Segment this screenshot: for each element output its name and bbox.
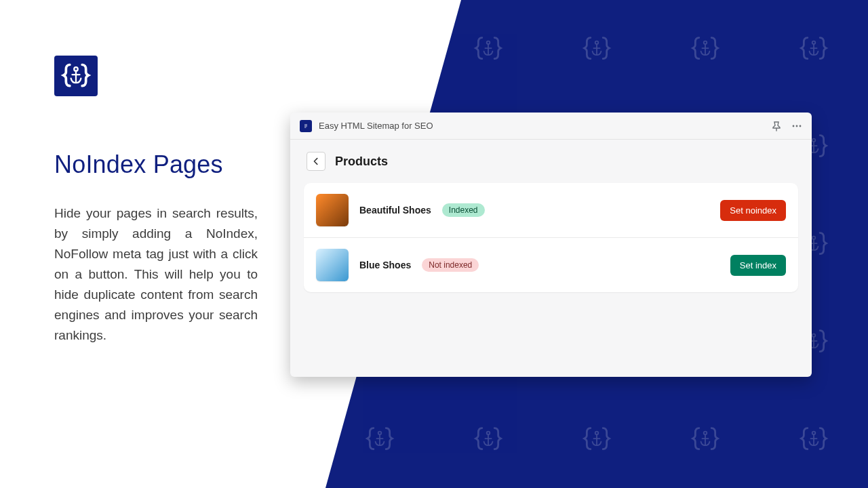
products-card: Beautiful Shoes Indexed Set noindex Blue… <box>304 183 798 292</box>
svg-point-2 <box>595 41 599 45</box>
svg-point-21 <box>487 432 490 435</box>
arrow-left-icon <box>311 157 321 166</box>
svg-point-24 <box>812 432 816 435</box>
svg-point-3 <box>704 41 707 45</box>
svg-point-14 <box>812 237 816 240</box>
svg-point-4 <box>812 41 816 45</box>
app-logo-icon <box>300 120 312 132</box>
brand-logo-icon <box>54 56 98 96</box>
page-title: Products <box>335 155 388 169</box>
more-icon[interactable] <box>791 121 802 131</box>
svg-point-20 <box>378 432 382 435</box>
product-row: Blue Shoes Not indexed Set index <box>304 237 798 292</box>
marketing-panel: NoIndex Pages Hide your pages in search … <box>54 56 258 346</box>
marketing-description: Hide your pages in search results, by si… <box>54 203 258 346</box>
svg-point-23 <box>704 432 707 435</box>
product-thumbnail <box>316 249 349 281</box>
set-noindex-button[interactable]: Set noindex <box>720 200 786 221</box>
product-thumbnail <box>316 194 349 226</box>
svg-point-22 <box>595 432 599 435</box>
marketing-heading: NoIndex Pages <box>54 150 258 179</box>
svg-point-1 <box>487 41 490 45</box>
svg-point-19 <box>812 334 816 338</box>
page-titlebar: Products <box>290 140 812 178</box>
product-name: Beautiful Shoes <box>359 205 431 216</box>
svg-point-0 <box>378 41 382 45</box>
product-name: Blue Shoes <box>359 260 411 270</box>
app-title: Easy HTML Sitemap for SEO <box>319 121 764 131</box>
svg-point-28 <box>796 125 798 127</box>
back-button[interactable] <box>307 152 326 171</box>
status-badge: Indexed <box>442 203 485 217</box>
app-window: Easy HTML Sitemap for SEO Products Beaut… <box>290 113 812 377</box>
set-index-button[interactable]: Set index <box>730 255 786 276</box>
svg-point-9 <box>812 139 816 142</box>
svg-point-27 <box>793 125 795 127</box>
pin-icon[interactable] <box>771 121 782 131</box>
product-row: Beautiful Shoes Indexed Set noindex <box>304 183 798 237</box>
status-badge: Not indexed <box>422 258 479 272</box>
app-header: Easy HTML Sitemap for SEO <box>290 113 812 140</box>
svg-point-29 <box>800 125 802 127</box>
